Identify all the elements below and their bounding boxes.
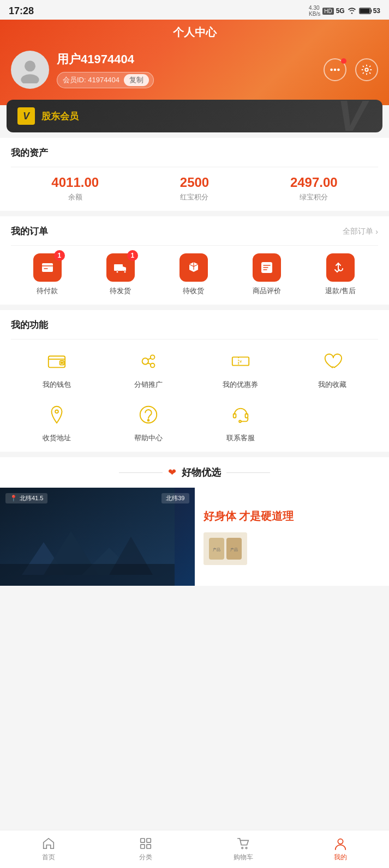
product-tag-2: 北纬39	[161, 493, 189, 503]
service-icon	[226, 400, 255, 429]
svg-point-11	[116, 271, 118, 273]
avatar[interactable]	[11, 51, 49, 89]
functions-title: 我的功能	[11, 319, 378, 331]
member-card-bg: V	[337, 100, 366, 132]
order-review[interactable]: 商品评价	[253, 253, 281, 296]
settings-button[interactable]	[355, 58, 378, 81]
svg-point-17	[142, 358, 148, 364]
svg-rect-44	[147, 845, 151, 848]
header-section: 个人中心 用户41974404 会员ID: 41974404 复制	[0, 20, 389, 105]
svg-point-45	[241, 847, 243, 849]
assets-row: 4011.00 余额 2500 红宝积分 2497.00 绿宝积分	[11, 175, 378, 202]
share-icon	[134, 347, 163, 375]
bottom-nav: 首页 分类 购物车 我的	[0, 830, 389, 868]
nav-cart[interactable]: 购物车	[195, 836, 292, 862]
help-label: 帮助中心	[134, 433, 163, 443]
order-pending-receive[interactable]: 待收货	[179, 253, 208, 296]
func-favorites[interactable]: 我的收藏	[286, 347, 378, 390]
asset-balance[interactable]: 4011.00 余额	[51, 175, 99, 202]
svg-point-46	[246, 847, 247, 849]
func-help[interactable]: 帮助中心	[103, 400, 194, 443]
coupon-label: 我的优惠券	[223, 380, 258, 390]
svg-rect-2	[360, 9, 369, 14]
orders-row: 1 待付款 1 待发货	[11, 253, 378, 296]
product-card-right[interactable]: 好身体 才是硬道理 产品 产品	[195, 488, 390, 586]
asset-green-points[interactable]: 2497.00 绿宝积分	[290, 175, 338, 202]
asset-red-points[interactable]: 2500 红宝积分	[180, 175, 209, 202]
pending-ship-badge: 1	[127, 250, 138, 261]
svg-point-12	[124, 271, 126, 273]
func-address[interactable]: 收货地址	[11, 400, 103, 443]
svg-line-21	[147, 363, 151, 365]
svg-point-47	[338, 839, 343, 844]
status-time: 17:28	[9, 5, 34, 17]
address-label: 收货地址	[43, 433, 71, 443]
product-grid: 📍 北纬41.5 北纬39 好身体 才是硬道理 产品 产品	[0, 488, 389, 586]
svg-rect-10	[114, 264, 123, 271]
hd-icon: HD	[322, 8, 333, 15]
pending-payment-badge: 1	[54, 250, 65, 261]
good-goods-label: 好物优选	[182, 466, 221, 479]
nav-home[interactable]: 首页	[0, 836, 97, 862]
func-share[interactable]: 分销推广	[103, 347, 194, 390]
coupon-icon: ¥	[226, 347, 255, 375]
functions-grid: 我的钱包 分销推广	[11, 347, 378, 443]
nav-category-label: 分类	[139, 853, 152, 862]
svg-text:¥: ¥	[240, 359, 242, 364]
battery-icon: 53	[359, 7, 380, 15]
svg-rect-9	[42, 263, 53, 272]
user-info-row: 用户41974404 会员ID: 41974404 复制	[11, 51, 378, 89]
refund-label: 退款/售后	[325, 286, 356, 296]
func-wallet[interactable]: 我的钱包	[11, 347, 103, 390]
status-icons: 4.30KB/s HD 5G 53	[309, 5, 380, 17]
user-left: 用户41974404 会员ID: 41974404 复制	[11, 51, 154, 89]
chevron-right-icon: ›	[375, 227, 378, 236]
red-points-label: 红宝积分	[180, 192, 209, 202]
user-details: 用户41974404 会员ID: 41974404 复制	[57, 51, 154, 88]
nav-profile[interactable]: 我的	[292, 836, 389, 862]
svg-line-20	[147, 358, 151, 360]
assets-title: 我的资产	[11, 147, 378, 159]
svg-rect-43	[141, 845, 145, 848]
product-card-left[interactable]: 📍 北纬41.5 北纬39	[0, 488, 195, 586]
order-refund[interactable]: 退款/售后	[325, 253, 356, 296]
heart-icon	[318, 347, 346, 375]
svg-point-4	[21, 74, 39, 83]
svg-point-7	[338, 69, 339, 71]
location-icon	[43, 400, 71, 429]
all-orders-link[interactable]: 全部订单 ›	[343, 227, 378, 236]
svg-rect-1	[370, 9, 372, 12]
svg-rect-41	[141, 839, 145, 842]
orders-section: 我的订单 全部订单 › 1 待付款	[0, 216, 389, 305]
message-button[interactable]	[324, 58, 346, 81]
balance-label: 余额	[51, 192, 99, 202]
member-card[interactable]: V 股东会员 V	[7, 100, 382, 132]
member-id-text: 会员ID: 41974404	[63, 75, 119, 85]
divider-left	[119, 472, 163, 473]
v-logo: V	[17, 107, 35, 125]
svg-point-6	[334, 69, 336, 71]
svg-point-29	[239, 420, 241, 422]
order-pending-payment[interactable]: 1 待付款	[33, 253, 62, 296]
svg-point-24	[55, 410, 58, 413]
divider-right	[226, 472, 270, 473]
service-label: 联系客服	[226, 433, 255, 443]
member-label: 股东会员	[41, 110, 79, 123]
red-points-value: 2500	[180, 175, 209, 190]
product-image: 产品 产品	[204, 532, 247, 565]
green-points-value: 2497.00	[290, 175, 338, 190]
pending-ship-label: 待发货	[110, 286, 131, 296]
nav-category[interactable]: 分类	[97, 836, 194, 862]
copy-button[interactable]: 复制	[124, 74, 149, 86]
svg-text:产品: 产品	[230, 548, 238, 551]
assets-section: 我的资产 4011.00 余额 2500 红宝积分 2497.00 绿宝积分	[0, 138, 389, 211]
message-badge	[341, 58, 346, 64]
nav-home-label: 首页	[42, 853, 55, 862]
wallet-label: 我的钱包	[43, 380, 71, 390]
order-pending-ship[interactable]: 1 待发货	[106, 253, 135, 296]
func-service[interactable]: 联系客服	[195, 400, 286, 443]
product-tag-1: 📍 北纬41.5	[5, 493, 47, 503]
func-coupon[interactable]: ¥ 我的优惠券	[195, 347, 286, 390]
product-slogan: 好身体 才是硬道理	[204, 508, 381, 524]
heart-decoration: ❤	[168, 466, 176, 478]
